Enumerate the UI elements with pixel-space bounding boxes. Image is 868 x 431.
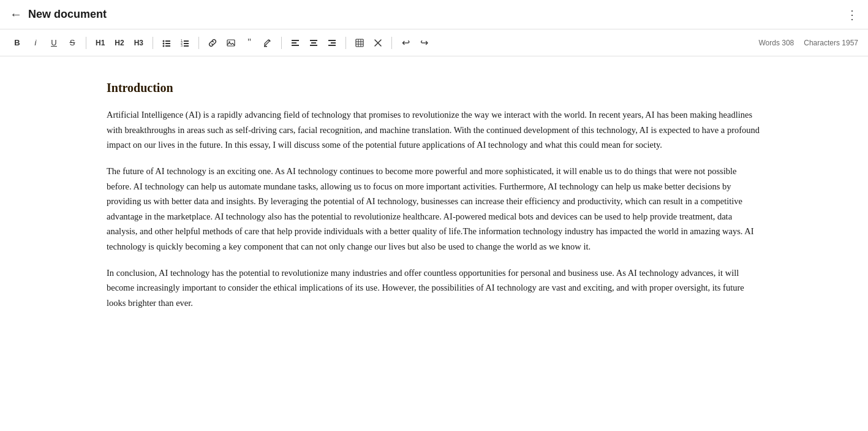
- word-count: Words 308: [758, 39, 794, 47]
- align-right-button[interactable]: [325, 34, 339, 51]
- ordered-list-icon: 1. 2. 3.: [181, 39, 189, 47]
- word-count-area: Words 308 Characters 1957: [758, 39, 858, 47]
- svg-rect-14: [264, 46, 267, 47]
- align-right-icon: [328, 39, 336, 47]
- header: ← New document ⋮: [0, 0, 868, 29]
- svg-rect-24: [356, 39, 363, 47]
- align-left-button[interactable]: [288, 34, 303, 51]
- svg-rect-21: [328, 40, 336, 41]
- paragraph-3[interactable]: In conclusion, AI technology has the pot…: [107, 265, 761, 311]
- bullet-list-button[interactable]: [159, 34, 174, 51]
- highlight-button[interactable]: [260, 34, 275, 51]
- align-left-icon: [291, 39, 300, 47]
- svg-rect-16: [292, 42, 296, 44]
- link-button[interactable]: [205, 34, 220, 51]
- clear-format-icon: [374, 39, 382, 47]
- align-center-icon: [309, 39, 318, 47]
- svg-rect-23: [328, 45, 336, 46]
- bullet-list-icon: [162, 39, 171, 47]
- svg-rect-20: [310, 45, 317, 46]
- svg-rect-7: [184, 40, 189, 42]
- image-button[interactable]: [224, 34, 238, 51]
- back-button[interactable]: ←: [10, 7, 22, 21]
- undo-button[interactable]: ↩: [398, 34, 413, 51]
- image-icon: [227, 39, 235, 47]
- svg-rect-15: [292, 40, 299, 41]
- char-count: Characters 1957: [804, 39, 858, 47]
- align-center-button[interactable]: [306, 34, 321, 51]
- svg-rect-17: [292, 45, 299, 46]
- redo-button[interactable]: ↪: [417, 34, 431, 51]
- separator-6: [391, 37, 392, 49]
- document-title[interactable]: New document: [28, 8, 107, 21]
- separator-3: [198, 37, 199, 49]
- svg-rect-11: [184, 45, 189, 47]
- strikethrough-button[interactable]: S: [65, 34, 80, 51]
- svg-text:3.: 3.: [181, 44, 183, 47]
- document-content[interactable]: Introduction Artificial Intelligence (AI…: [0, 56, 868, 431]
- svg-rect-9: [184, 43, 189, 44]
- table-button[interactable]: [352, 34, 367, 51]
- svg-rect-18: [310, 40, 317, 41]
- separator-5: [345, 37, 346, 49]
- table-icon: [355, 39, 364, 47]
- underline-button[interactable]: U: [47, 34, 61, 51]
- clear-format-button[interactable]: [371, 34, 385, 51]
- link-icon: [208, 39, 217, 47]
- h1-button[interactable]: H1: [92, 34, 108, 51]
- paragraph-2[interactable]: The future of AI technology is an exciti…: [107, 164, 761, 254]
- ordered-list-button[interactable]: 1. 2. 3.: [178, 34, 192, 51]
- separator-1: [86, 37, 86, 49]
- header-left: ← New document: [10, 7, 107, 21]
- toolbar: B i U S H1 H2 H3 1. 2. 3.: [0, 29, 868, 56]
- highlight-icon: [263, 39, 272, 47]
- svg-point-2: [163, 42, 165, 44]
- bold-button[interactable]: B: [10, 34, 25, 51]
- document-heading: Introduction: [107, 81, 761, 95]
- svg-rect-22: [331, 42, 336, 44]
- svg-rect-5: [165, 45, 170, 47]
- quote-button[interactable]: ": [242, 34, 257, 51]
- svg-rect-3: [165, 43, 170, 44]
- h2-button[interactable]: H2: [111, 34, 127, 51]
- svg-rect-1: [165, 40, 170, 42]
- more-options-button[interactable]: ⋮: [846, 7, 858, 22]
- svg-point-4: [163, 45, 165, 47]
- svg-rect-19: [311, 42, 316, 44]
- svg-point-0: [163, 40, 165, 42]
- separator-2: [153, 37, 153, 49]
- italic-button[interactable]: i: [28, 34, 43, 51]
- svg-rect-12: [227, 40, 235, 46]
- separator-4: [281, 37, 282, 49]
- paragraph-1[interactable]: Artificial Intelligence (AI) is a rapidl…: [107, 107, 761, 153]
- h3-button[interactable]: H3: [131, 34, 146, 51]
